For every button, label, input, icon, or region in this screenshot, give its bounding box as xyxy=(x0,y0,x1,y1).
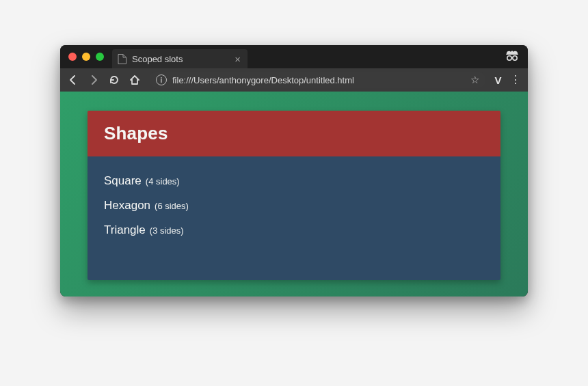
minimize-window-button[interactable] xyxy=(82,53,90,61)
browser-window: Scoped slots × xyxy=(60,45,528,297)
home-button[interactable] xyxy=(129,74,141,86)
tab-title: Scoped slots xyxy=(132,54,229,64)
svg-point-1 xyxy=(513,56,517,60)
card-body: Square (4 sides) Hexagon (6 sides) Trian… xyxy=(88,156,500,280)
reload-button[interactable] xyxy=(108,74,120,86)
bookmark-star-icon[interactable]: ☆ xyxy=(470,74,479,86)
shape-sides: (6 sides) xyxy=(155,201,189,211)
list-item: Triangle (3 sides) xyxy=(104,218,484,243)
file-icon xyxy=(118,54,126,64)
url-text: file:///Users/anthonygore/Desktop/untitl… xyxy=(172,75,465,85)
tab-strip: Scoped slots × xyxy=(60,45,528,68)
maximize-window-button[interactable] xyxy=(96,53,104,61)
list-item: Square (4 sides) xyxy=(104,169,484,193)
card-header: Shapes xyxy=(88,111,500,156)
window-controls xyxy=(66,45,112,68)
browser-menu-button[interactable]: ⋮ xyxy=(510,74,521,85)
shape-name: Hexagon xyxy=(104,199,150,212)
forward-button[interactable] xyxy=(88,74,100,86)
shape-name: Square xyxy=(104,174,142,188)
vue-devtools-extension-icon[interactable]: V xyxy=(494,74,502,86)
shape-sides: (4 sides) xyxy=(146,176,180,187)
shape-name: Triangle xyxy=(104,223,146,237)
site-info-icon[interactable]: i xyxy=(156,74,167,85)
tab-active[interactable]: Scoped slots × xyxy=(112,49,248,68)
page-viewport: Shapes Square (4 sides) Hexagon (6 sides… xyxy=(60,92,528,297)
list-item: Hexagon (6 sides) xyxy=(104,193,484,218)
address-bar[interactable]: i file:///Users/anthonygore/Desktop/unti… xyxy=(149,72,486,88)
back-button[interactable] xyxy=(67,74,79,86)
shapes-card: Shapes Square (4 sides) Hexagon (6 sides… xyxy=(88,111,500,280)
close-window-button[interactable] xyxy=(68,53,77,61)
shape-sides: (3 sides) xyxy=(150,225,184,236)
browser-toolbar: i file:///Users/anthonygore/Desktop/unti… xyxy=(60,68,528,92)
tab-close-button[interactable]: × xyxy=(235,54,241,64)
incognito-icon xyxy=(505,49,520,61)
svg-point-0 xyxy=(507,56,511,60)
page-title: Shapes xyxy=(104,123,484,144)
